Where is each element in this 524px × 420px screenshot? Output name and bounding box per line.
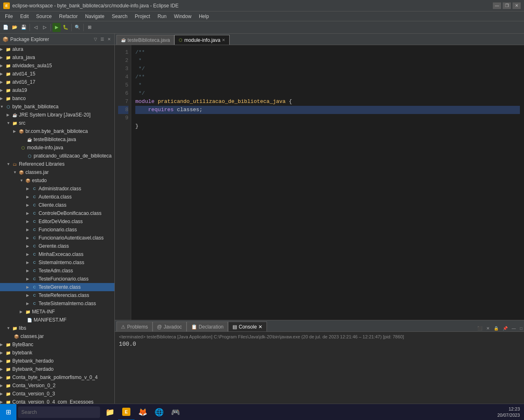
menu-window[interactable]: Window <box>171 13 195 20</box>
tab-testeBiblioteca[interactable]: ☕ testeBiblioteca.java <box>116 35 174 45</box>
tree-item-bytebank[interactable]: ▶ 📁 bytebank <box>0 349 114 357</box>
toolbar-search[interactable]: 🔍 <box>73 23 82 32</box>
tree-item-autentica[interactable]: ▶ C Autentica.class <box>0 193 114 201</box>
toolbar-perspective[interactable]: ⊞ <box>85 23 93 32</box>
taskbar-search-input[interactable] <box>18 406 100 418</box>
code-content[interactable]: /** * */ /** * */ module praticando_util… <box>131 45 524 320</box>
menu-refactor[interactable]: Refactor <box>56 13 81 20</box>
tree-item-conta-version-02[interactable]: ▶ 📁 Conta_Version_0_2 <box>0 381 114 390</box>
tree-item-libs[interactable]: ▼ 📁 libs <box>0 324 114 332</box>
clear-button[interactable]: ✕ <box>485 325 491 331</box>
tree-item-testeadm[interactable]: ▶ C TesteAdm.class <box>0 267 114 275</box>
tab-close-button[interactable]: ✕ <box>258 324 262 330</box>
toolbar-back[interactable]: ◁ <box>32 23 40 32</box>
tree-item-cliente[interactable]: ▶ C Cliente.class <box>0 201 114 209</box>
taskbar-chrome[interactable]: 🌐 <box>151 404 167 420</box>
toolbar-open[interactable]: 📂 <box>11 23 19 32</box>
tree-item-alura[interactable]: ▶ 📁 alura <box>0 45 114 53</box>
title-bar-controls[interactable]: — ❐ ✕ <box>493 2 521 9</box>
tab-javadoc[interactable]: @ Javadoc <box>153 322 187 331</box>
tree-item-testesistemainterno[interactable]: ▶ C TesteSistemaInterno.class <box>0 299 114 308</box>
menu-edit[interactable]: Edit <box>17 13 32 20</box>
menu-project[interactable]: Project <box>132 13 153 20</box>
tree-item-gerente[interactable]: ▶ C Gerente.class <box>0 242 114 250</box>
tree-item-funcionario[interactable]: ▶ C Funcionario.class <box>0 226 114 234</box>
tree-item-administrador[interactable]: ▶ C Administrador.class <box>0 185 114 193</box>
tree-label: testeBiblioteca.java <box>34 137 76 142</box>
tree-item-estudo[interactable]: ▼ 📦 estudo <box>0 176 114 185</box>
tree-item-alura-java[interactable]: ▶ 📁 alura_java <box>0 53 114 62</box>
tree-item-minhaexcecao[interactable]: ▶ C MinhaExcecao.class <box>0 250 114 258</box>
tree-item-aula19[interactable]: ▶ 📁 aula19 <box>0 86 114 94</box>
tab-close-button[interactable]: ✕ <box>222 38 225 42</box>
tree-item-funcionarioaut[interactable]: ▶ C FuncionarioAutenticavel.class <box>0 234 114 242</box>
tree-item-praticando[interactable]: ⬡ praticando_utilizacao_de_biblioteca <box>0 152 114 160</box>
panel-menu-button[interactable]: ☰ <box>99 37 105 42</box>
tree-item-atvd1415[interactable]: ▶ 📁 atvd14_15 <box>0 70 114 78</box>
tree-item-bytebanc[interactable]: ▶ 📁 ByteBanc <box>0 340 114 349</box>
pin-button[interactable]: 📌 <box>501 325 509 331</box>
tree-item-conta-byte-bank[interactable]: ▶ 📁 Conta_byte_bank_polimorfismo_v_0_4 <box>0 373 114 381</box>
tree-label: atvd14_15 <box>12 71 35 77</box>
tree-item-referenced-libraries[interactable]: ▼ 🗂 Referenced Libraries <box>0 160 114 168</box>
tree-item-brcom[interactable]: ▶ 📦 br.com.byte_bank_biblioteca <box>0 127 114 135</box>
menu-file[interactable]: File <box>2 13 16 20</box>
menu-search[interactable]: Search <box>109 13 131 20</box>
tree-item-byte-bank[interactable]: ▼ ⬡ byte_bank_biblioteca <box>0 103 114 111</box>
code-editor[interactable]: 1 2 3 4 5 6 7 8 9 /** * */ /** * */ modu… <box>115 45 524 320</box>
tree-label: EditorDeVideo.class <box>39 219 83 224</box>
file-tree[interactable]: ▶ 📁 alura ▶ 📁 alura_java ▶ 📁 atividades_… <box>0 45 114 404</box>
left-panel-controls[interactable]: ▽ ☰ ✕ <box>93 37 112 42</box>
toolbar-forward[interactable]: ▷ <box>41 23 49 32</box>
tree-item-sistemainterno[interactable]: ▶ C SistemaInterno.class <box>0 258 114 267</box>
tab-declaration[interactable]: 📋 Declaration <box>187 322 228 331</box>
panel-collapse-button[interactable]: ▽ <box>93 37 98 42</box>
tab-problems[interactable]: ⚠ Problems <box>116 322 153 331</box>
maximize-button[interactable]: ❐ <box>503 2 511 9</box>
taskbar-app5[interactable]: 🎮 <box>167 404 184 420</box>
tree-item-banco[interactable]: ▶ 📁 banco <box>0 94 114 103</box>
tab-label: Declaration <box>199 324 224 330</box>
close-button[interactable]: ✕ <box>513 2 521 9</box>
tree-item-atividades[interactable]: ▶ 📁 atividades_aula15 <box>0 62 114 70</box>
toolbar-run[interactable]: ▶ <box>52 23 61 32</box>
tab-console[interactable]: ▤ Console ✕ <box>228 322 267 331</box>
taskbar-eclipse-app[interactable]: E <box>118 404 134 420</box>
tree-item-manifest[interactable]: 📄 MANIFEST.MF <box>0 316 114 324</box>
minimize-panel-button[interactable]: — <box>510 325 517 331</box>
class-icon: C <box>31 292 38 299</box>
tree-label: Funcionario.class <box>39 227 77 233</box>
tree-item-meta-inf[interactable]: ▶ 📁 META-INF <box>0 308 114 316</box>
start-button[interactable]: ⊞ <box>0 404 16 420</box>
tree-item-conta-version-03[interactable]: ▶ 📁 Conta_version_0_3 <box>0 390 114 398</box>
toolbar-new[interactable]: 📄 <box>2 23 10 32</box>
tree-item-bytebank-herdado[interactable]: ▶ 📁 Bytebank_herdado <box>0 357 114 365</box>
tree-item-classes-jar[interactable]: ▼ 📦 classes.jar <box>0 168 114 176</box>
menu-source[interactable]: Source <box>33 13 55 20</box>
tree-item-atvd1617[interactable]: ▶ 📁 atvd16_17 <box>0 78 114 86</box>
tree-item-controlede[interactable]: ▶ C ControleDeBonificacao.class <box>0 209 114 217</box>
minimize-button[interactable]: — <box>493 2 501 9</box>
tree-item-editorde[interactable]: ▶ C EditorDeVideo.class <box>0 217 114 226</box>
tree-item-testegerente[interactable]: ▶ C TesteGerente.class <box>0 283 114 291</box>
tree-item-testefuncionario[interactable]: ▶ C TesteFuncionario.class <box>0 275 114 283</box>
tree-item-jre[interactable]: ▶ ☕ JRE System Library [JavaSE-20] <box>0 111 114 119</box>
toolbar-debug[interactable]: 🐛 <box>62 23 70 32</box>
scroll-lock-button[interactable]: 🔒 <box>492 325 500 331</box>
tab-module-info[interactable]: ⬡ module-info.java ✕ <box>174 35 230 45</box>
menu-navigate[interactable]: Navigate <box>82 13 107 20</box>
tree-item-testeBiblioteca[interactable]: ☕ testeBiblioteca.java <box>0 135 114 144</box>
toolbar-save[interactable]: 💾 <box>20 23 28 32</box>
panel-close-button[interactable]: ✕ <box>106 37 112 42</box>
tree-item-src[interactable]: ▼ 📁 src <box>0 119 114 127</box>
taskbar-file-explorer[interactable]: 📁 <box>102 404 118 420</box>
maximize-panel-button[interactable]: □ <box>518 325 524 331</box>
tree-item-testereferencias[interactable]: ▶ C TesteReferencias.class <box>0 291 114 299</box>
taskbar-firefox[interactable]: 🦊 <box>134 404 151 420</box>
tree-item-module-info[interactable]: ⬡ module-info.java <box>0 144 114 152</box>
tree-item-classes-jar2[interactable]: 📦 classes.jar <box>0 332 114 340</box>
stop-button[interactable]: ⬛ <box>476 325 484 331</box>
menu-help[interactable]: Help <box>196 13 212 20</box>
menu-run[interactable]: Run <box>154 13 170 20</box>
tree-item-bytebank-herdado2[interactable]: ▶ 📁 Bytebank_herdado <box>0 365 114 373</box>
